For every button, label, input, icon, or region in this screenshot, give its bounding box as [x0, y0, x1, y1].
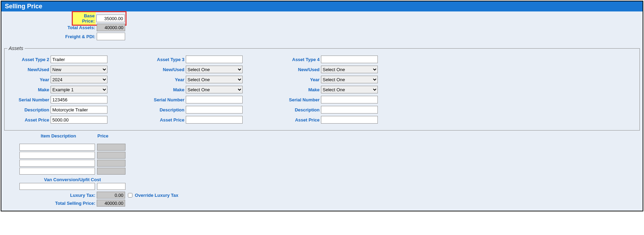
- assets-fieldset: Assets Asset Type 2New/UsedNewYear2024Ma…: [4, 45, 640, 131]
- item-row: [19, 159, 643, 167]
- asset-column-3: Asset Type 3New/UsedSelect OneYearSelect…: [142, 54, 278, 125]
- item-price-input: [97, 144, 125, 151]
- serial-number-3-label: Serial Number: [142, 97, 186, 102]
- van-price-input[interactable]: [97, 183, 125, 190]
- total-assets-label: Total Assets:: [1, 25, 97, 30]
- asset-price-3-label: Asset Price: [142, 117, 186, 123]
- asset-column-4: Asset Type 4New/UsedSelect OneYearSelect…: [278, 54, 413, 125]
- serial-number-3-input[interactable]: [186, 96, 243, 103]
- year-4-label: Year: [278, 77, 321, 82]
- serial-number-4-label: Serial Number: [278, 97, 321, 102]
- items-header-price: Price: [97, 133, 126, 139]
- item-desc-input[interactable]: [19, 160, 95, 167]
- new-used-2-input[interactable]: New: [51, 66, 107, 73]
- item-price-input: [97, 152, 125, 159]
- item-price-input: [97, 168, 125, 175]
- asset-price-4-label: Asset Price: [278, 117, 321, 123]
- override-luxury-tax-checkbox[interactable]: [128, 193, 132, 198]
- description-4-input[interactable]: [321, 106, 378, 114]
- total-assets-input: [97, 24, 125, 31]
- make-4-input[interactable]: Select One: [321, 86, 378, 93]
- item-row: [19, 143, 643, 151]
- asset-price-4-input[interactable]: [321, 116, 378, 124]
- make-4-label: Make: [278, 87, 321, 92]
- description-3-label: Description: [142, 107, 186, 112]
- description-3-input[interactable]: [186, 106, 243, 114]
- asset-type-3-input[interactable]: [186, 56, 243, 63]
- make-3-label: Make: [142, 87, 186, 92]
- total-selling-price-input: [97, 200, 125, 207]
- year-4-input[interactable]: Select One: [321, 76, 378, 83]
- new-used-4-label: New/Used: [278, 67, 321, 72]
- make-2-input[interactable]: Example 1: [51, 86, 107, 93]
- total-selling-price-label: Total Selling Price:: [1, 201, 97, 206]
- description-2-label: Description: [7, 107, 51, 112]
- make-3-input[interactable]: Select One: [186, 86, 243, 93]
- year-2-label: Year: [7, 77, 51, 82]
- serial-number-2-label: Serial Number: [7, 97, 51, 102]
- panel-title: Selling Price: [1, 1, 643, 11]
- new-used-3-label: New/Used: [142, 67, 186, 72]
- luxury-tax-input: [97, 192, 125, 199]
- serial-number-2-input[interactable]: [51, 96, 107, 103]
- top-fields: Base Price: Total Assets: Freight & PDI:: [1, 11, 643, 44]
- item-desc-input[interactable]: [19, 144, 95, 151]
- new-used-3-input[interactable]: Select One: [186, 66, 243, 73]
- van-conversion-label: Van Conversion/Upfit Cost: [19, 177, 125, 182]
- serial-number-4-input[interactable]: [321, 96, 378, 103]
- make-2-label: Make: [7, 87, 51, 92]
- description-4-label: Description: [278, 107, 321, 112]
- asset-price-3-input[interactable]: [186, 116, 243, 124]
- van-desc-input[interactable]: [19, 183, 95, 190]
- base-price-input[interactable]: [96, 15, 125, 22]
- item-desc-input[interactable]: [19, 152, 95, 159]
- item-price-input: [97, 160, 125, 167]
- asset-price-2-label: Asset Price: [7, 117, 51, 123]
- item-row: [19, 167, 643, 175]
- asset-type-4-input[interactable]: [321, 56, 378, 63]
- asset-type-2-label: Asset Type 2: [7, 57, 51, 62]
- asset-column-2: Asset Type 2New/UsedNewYear2024MakeExamp…: [7, 54, 142, 125]
- year-2-input[interactable]: 2024: [51, 76, 107, 83]
- new-used-4-input[interactable]: Select One: [321, 66, 378, 73]
- luxury-tax-label: Luxury Tax:: [1, 193, 97, 198]
- year-3-input[interactable]: Select One: [186, 76, 243, 83]
- asset-price-2-input[interactable]: [51, 116, 107, 124]
- asset-type-4-label: Asset Type 4: [278, 57, 321, 62]
- items-section: Item Description Price Van Conversion/Up…: [1, 132, 643, 211]
- freight-pdi-label: Freight & PDI:: [1, 34, 97, 39]
- asset-type-2-input[interactable]: [51, 56, 107, 63]
- base-price-label: Base Price:: [73, 12, 96, 25]
- year-3-label: Year: [142, 77, 186, 82]
- items-header-desc: Item Description: [19, 133, 97, 139]
- freight-pdi-input[interactable]: [97, 33, 125, 40]
- item-row: [19, 151, 643, 159]
- description-2-input[interactable]: [51, 106, 107, 114]
- override-luxury-tax-label: Override Luxury Tax: [135, 193, 178, 198]
- asset-type-3-label: Asset Type 3: [142, 57, 186, 62]
- assets-legend: Assets: [7, 45, 25, 51]
- new-used-2-label: New/Used: [7, 67, 51, 72]
- selling-price-panel: Selling Price Base Price: Total Assets: …: [1, 1, 643, 211]
- item-desc-input[interactable]: [19, 168, 95, 175]
